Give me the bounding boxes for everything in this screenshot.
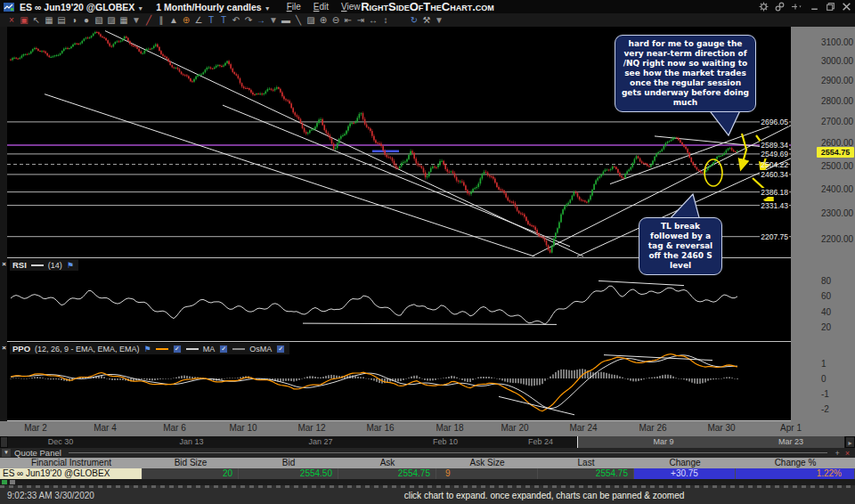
level-label: 2549.69 [760, 150, 789, 159]
refresh-icon[interactable]: ↻ [408, 13, 420, 27]
mini-gray-icon[interactable] [10, 480, 15, 484]
region-select-icon[interactable]: ▣ [18, 13, 30, 27]
menu-view[interactable]: View [341, 2, 361, 12]
level-label: 2696.05 [760, 118, 789, 126]
date-tick: Apr 1 [780, 423, 802, 433]
half-circle-icon[interactable]: ◑ [68, 13, 80, 27]
symbol-selector[interactable]: ES ∞ Jun19'20 @GLOBEX▼ [20, 2, 143, 12]
collapse-left-icon[interactable]: ⇤ [342, 13, 354, 27]
hatch-tool-icon[interactable]: ▨ [305, 13, 317, 27]
ppo-settings-icon[interactable]: ⚑ [144, 345, 151, 354]
clock-timestamp: 9:02:33 AM 3/30/2020 [7, 491, 94, 500]
pencil-icon[interactable]: ╱ [142, 13, 155, 27]
collapse-right-icon[interactable]: ⇥ [354, 13, 367, 27]
filter-triangle-icon[interactable]: ▼ [267, 13, 280, 27]
quote-col-header[interactable]: Last [538, 458, 634, 468]
level-label: 2386.18 [760, 188, 789, 197]
zoom-in-icon[interactable]: ⊕ [317, 13, 330, 27]
remove-tool-icon[interactable]: × [5, 13, 18, 27]
axis-tick: 2700.00 [821, 117, 853, 126]
quote-col-header[interactable]: Bid [239, 458, 338, 468]
osma-label: OsMA [249, 345, 272, 354]
quote-change: +30.75 [634, 468, 736, 479]
scrollbar-right-arrow[interactable]: ▸ [845, 436, 855, 448]
quote-row: ES ∞ Jun19'20 @GLOBEX 20 2554.50 2554.75… [0, 468, 855, 479]
menu-file[interactable]: File [287, 2, 301, 12]
quote-col-header[interactable]: Change % [736, 458, 855, 468]
solid-circle-icon[interactable]: ● [80, 13, 93, 27]
axis-tick: 40 [821, 307, 831, 317]
rsi-close-icon[interactable]: × [0, 260, 8, 268]
close-icon[interactable] [842, 2, 851, 12]
quote-panel-collapse-button[interactable]: ▼ [2, 449, 11, 457]
angle-tool-icon[interactable]: ∠ [192, 13, 205, 27]
wrench-icon[interactable]: ⚒ [420, 13, 433, 27]
mountain-icon[interactable]: ▲ [167, 13, 180, 27]
osma-checkbox[interactable]: ✓ [276, 345, 285, 354]
level-label: 2460.34 [760, 170, 789, 179]
restore-icon[interactable] [826, 2, 835, 12]
image-icon[interactable]: ▧ [93, 13, 105, 27]
move-panel-icon[interactable]: + [835, 449, 839, 458]
chart-note-tl-break[interactable]: TL break followed by a tag & reversal of… [639, 217, 722, 275]
volume-bars-icon[interactable]: ∥ [155, 13, 167, 27]
link-icon[interactable] [775, 2, 785, 12]
ppo-close-icon[interactable]: × [0, 344, 8, 352]
axis-tick: 2800.00 [821, 96, 853, 106]
rsi-params: (14) [48, 261, 62, 270]
price-axis[interactable]: 3100.003000.002900.002800.002700.002600.… [791, 27, 855, 421]
chart-note-gauge[interactable]: hard for me to gauge the very near-term … [615, 35, 756, 112]
grid2-icon[interactable]: ▦ [118, 13, 130, 27]
quote-col-header[interactable]: Ask [338, 458, 436, 468]
chart-values-icon[interactable]: ▤ [55, 13, 68, 27]
h-expand-icon[interactable]: ↔ [367, 13, 379, 27]
quote-columns-header: Financial InstrumentBid SizeBidAskAsk Si… [0, 458, 855, 468]
quote-col-header[interactable]: Bid Size [142, 458, 239, 468]
text-box-tool-icon[interactable]: T [217, 13, 230, 27]
ma-checkbox[interactable]: ✓ [219, 345, 228, 354]
mini-green-icon[interactable] [2, 480, 7, 484]
minimize-icon[interactable] [810, 2, 819, 12]
resize-grabber[interactable] [0, 485, 855, 488]
zoom-out-icon[interactable]: ⊖ [330, 13, 342, 27]
line-tool-icon[interactable]: ╲ [292, 13, 305, 27]
timeframe-selector[interactable]: 1 Month/Hourly candles▼ [156, 2, 270, 12]
axis-tick: -2 [821, 404, 829, 414]
pin-icon[interactable] [791, 2, 803, 12]
rsi-settings-icon[interactable]: ⚑ [67, 261, 74, 270]
quote-bid: 2554.50 [239, 468, 338, 479]
quote-col-header[interactable]: Change [634, 458, 736, 468]
date-axis[interactable]: Mar 2Mar 4Mar 6Mar 10Mar 12Mar 16Mar 18M… [0, 421, 855, 436]
arrow-tool-icon[interactable]: → [255, 13, 267, 27]
redo-icon[interactable]: ↷ [242, 13, 255, 27]
scrollbar-thumb[interactable] [577, 436, 844, 448]
grid-icon[interactable]: ▦ [43, 13, 55, 27]
menu-edit[interactable]: Edit [314, 2, 329, 12]
text-tool-icon[interactable]: T [205, 13, 217, 27]
quote-instrument: ES ∞ Jun19'20 @GLOBEX [0, 468, 142, 479]
quote-col-header[interactable]: Ask Size [436, 458, 538, 468]
chart-scrollbar[interactable]: ▸ Dec 30Jan 13Jan 27Feb 10Feb 24Mar 9Mar… [0, 436, 855, 448]
axis-tick: 2400.00 [821, 184, 853, 194]
v-expand-icon[interactable]: ↕ [379, 13, 392, 27]
quote-panel-close-icon[interactable]: × [845, 449, 850, 458]
target-icon[interactable]: ⊕ [180, 13, 192, 27]
axis-tick: 3000.00 [821, 56, 853, 66]
measure-icon[interactable]: ▬ [280, 13, 292, 27]
gear-icon[interactable] [759, 2, 769, 12]
ppo-checkbox[interactable]: ✓ [173, 345, 182, 354]
triangle-menu-icon[interactable]: ▼ [130, 13, 142, 27]
quote-col-header[interactable]: Financial Instrument [0, 458, 142, 468]
axis-tick: 2900.00 [821, 76, 853, 85]
hand-tool-icon[interactable]: ↖ [30, 13, 43, 27]
images-icon[interactable]: ▨ [105, 13, 118, 27]
quote-panel-footer [0, 479, 855, 485]
undo-icon[interactable]: ↶ [230, 13, 242, 27]
date-tick: Mar 2 [24, 423, 47, 433]
tool-dropdown-icon[interactable]: ▼ [433, 13, 445, 27]
date-tick: Mar 12 [297, 423, 325, 433]
ma-line-sample [186, 348, 199, 350]
scrollbar-left-button[interactable] [0, 436, 8, 448]
axis-tick: 20 [821, 322, 831, 332]
ppo-line-sample [156, 348, 168, 350]
